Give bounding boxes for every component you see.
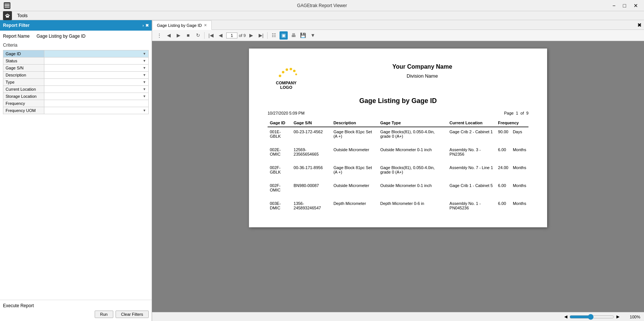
report-page-info: Page 1 of 9 (504, 111, 528, 115)
table-cell: Outside Micrometer (331, 145, 378, 159)
panel-header: Report Filter › ✖ (0, 20, 152, 31)
toolbar-refresh-btn[interactable]: ↻ (194, 31, 202, 40)
criteria-input-cell[interactable]: ▼ (44, 107, 149, 114)
clear-filters-button[interactable]: Clear Filters (116, 311, 149, 318)
svg-point-9 (295, 74, 297, 75)
execute-buttons: Run Clear Filters (3, 311, 149, 318)
tab-gage-listing[interactable]: Gage Listing by Gage ID ✕ (152, 21, 212, 30)
company-name: Your Company Name (316, 63, 528, 70)
svg-rect-2 (4, 7, 10, 7)
toolbar-layout-btn[interactable]: ☷ (270, 31, 278, 40)
run-button[interactable]: Run (95, 311, 113, 318)
toolbar-next-btn[interactable]: ▶ (247, 31, 255, 40)
toolbar-first-btn[interactable]: |◀ (207, 31, 215, 40)
criteria-dropdown-arrow[interactable]: ▼ (143, 73, 146, 77)
page-input[interactable] (226, 32, 237, 38)
table-cell: 90.00 (496, 127, 511, 141)
criteria-text-input[interactable] (47, 52, 143, 56)
toolbar-stop-btn[interactable]: ■ (184, 31, 192, 40)
criteria-label-cell: Description (3, 72, 44, 79)
table-cell: Depth Micrometer (331, 199, 378, 212)
criteria-dropdown-arrow[interactable]: ▼ (143, 109, 146, 112)
table-cell: Gage Block 81pc Set (A +) (331, 127, 378, 141)
criteria-label-cell: Gage S/N (3, 65, 44, 72)
criteria-input-cell[interactable]: ▼ (44, 86, 149, 93)
table-cell: 00-36-171-8956 (291, 163, 331, 177)
criteria-row: Storage Location▼ (3, 93, 149, 100)
criteria-text-input[interactable] (47, 59, 143, 63)
menu-bar: Tools (0, 11, 644, 20)
table-cell: Gage Blocks(81), 0.050-4.0in, grade 0 (A… (378, 127, 447, 141)
title-bar: GAGEtrak Report Viewer − □ ✕ (0, 0, 644, 11)
criteria-label-cell: Status (3, 57, 44, 65)
col-gage-id: Gage ID (268, 119, 291, 127)
panel-arrow-icon[interactable]: ✖ (145, 23, 149, 28)
criteria-text-input[interactable] (47, 73, 143, 77)
criteria-dropdown-arrow[interactable]: ▼ (143, 87, 146, 91)
criteria-label-cell: Frequency UOM (3, 107, 44, 114)
toolbar-print-btn[interactable]: 🖶 (289, 31, 297, 40)
zoom-left-arrow[interactable]: ◀ (564, 314, 567, 319)
criteria-text-input[interactable] (47, 101, 146, 106)
criteria-input-cell[interactable]: ▼ (44, 50, 149, 57)
zoom-value: 100% (622, 315, 640, 319)
toolbar-menu-btn[interactable]: ⋮ (155, 31, 163, 40)
minimize-button[interactable]: − (610, 3, 618, 9)
svg-point-7 (290, 68, 292, 71)
zoom-slider[interactable] (569, 314, 614, 320)
table-cell: 12569-23565654665 (291, 145, 331, 159)
criteria-text-input[interactable] (47, 66, 143, 70)
table-cell: Months (511, 199, 528, 212)
criteria-input-cell[interactable] (44, 100, 149, 107)
maximize-button[interactable]: □ (621, 3, 628, 9)
report-area[interactable]: COMPANYLOGO Your Company Name Division N… (152, 41, 644, 312)
toolbar-back-btn[interactable]: ◀ (165, 31, 173, 40)
tab-bar-right[interactable]: ✖ (635, 20, 644, 29)
toolbar-dropdown-btn[interactable]: ▼ (309, 31, 317, 40)
app-logo (3, 11, 12, 20)
toolbar-view-btn[interactable]: ▣ (280, 31, 288, 40)
status-bar: ◀ ▶ 100% (152, 312, 644, 321)
toolbar-last-btn[interactable]: ▶| (257, 31, 265, 40)
zoom-right-arrow[interactable]: ▶ (616, 314, 619, 319)
criteria-input-cell[interactable]: ▼ (44, 79, 149, 86)
menu-tools[interactable]: Tools (15, 13, 30, 18)
table-cell: 6.00 (496, 145, 511, 159)
tab-close-icon[interactable]: ✕ (204, 23, 207, 27)
zoom-bar: ◀ ▶ 100% (564, 314, 640, 320)
criteria-text-input[interactable] (47, 108, 143, 113)
report-table: Gage ID Gage S/N Description Gage Type C… (268, 119, 528, 212)
criteria-row: Gage ID▼ (3, 50, 149, 57)
criteria-input-cell[interactable]: ▼ (44, 93, 149, 100)
window-controls[interactable]: − □ ✕ (610, 3, 640, 9)
criteria-dropdown-arrow[interactable]: ▼ (143, 80, 146, 84)
left-panel: Report Filter › ✖ Report Name Gage Listi… (0, 20, 152, 321)
toolbar-prev-btn[interactable]: ◀ (217, 31, 225, 40)
criteria-dropdown-arrow[interactable]: ▼ (143, 52, 146, 56)
criteria-dropdown-arrow[interactable]: ▼ (143, 59, 146, 63)
table-cell: Months (511, 163, 528, 177)
spacer-row (268, 141, 528, 145)
toolbar-save-btn[interactable]: 💾 (299, 31, 307, 40)
criteria-input-cell[interactable]: ▼ (44, 65, 149, 72)
panel-header-icons[interactable]: › ✖ (142, 23, 149, 28)
panel-title: Report Filter (3, 23, 29, 28)
right-panel: Gage Listing by Gage ID ✕ ✖ ⋮ ◀ ▶ ■ ↻ |◀… (152, 20, 644, 321)
toolbar-forward-btn[interactable]: ▶ (174, 31, 183, 40)
criteria-input-cell[interactable]: ▼ (44, 57, 149, 65)
report-meta: 10/27/2020 5:09 PM Page 1 of 9 (268, 111, 528, 115)
criteria-row: Status▼ (3, 57, 149, 65)
col-frequency: Frequency (496, 119, 528, 127)
panel-pin-icon[interactable]: › (142, 23, 144, 28)
criteria-text-input[interactable] (47, 87, 143, 91)
criteria-dropdown-arrow[interactable]: ▼ (143, 66, 146, 70)
spacer-row (268, 177, 528, 181)
criteria-dropdown-arrow[interactable]: ▼ (143, 94, 146, 98)
table-cell: BN980-00087 (291, 181, 331, 194)
close-button[interactable]: ✕ (631, 3, 640, 9)
table-cell: 003E-DMIC (268, 199, 291, 212)
panel-body: Report Name Gage Listing by Gage ID Crit… (0, 31, 152, 300)
criteria-text-input[interactable] (47, 80, 143, 84)
criteria-input-cell[interactable]: ▼ (44, 72, 149, 79)
criteria-text-input[interactable] (47, 94, 143, 99)
